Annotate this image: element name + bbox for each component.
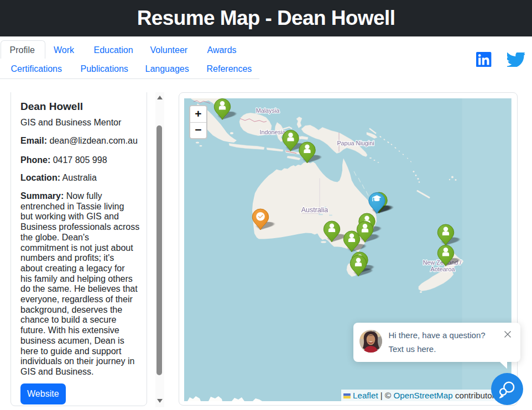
svg-text:Australia: Australia <box>301 206 328 214</box>
svg-text:Indonesia: Indonesia <box>260 129 286 135</box>
svg-text:Papua Niugini: Papua Niugini <box>337 140 374 146</box>
svg-text:Malaysia: Malaysia <box>256 107 280 113</box>
svg-text:Aotearoa: Aotearoa <box>431 266 455 272</box>
